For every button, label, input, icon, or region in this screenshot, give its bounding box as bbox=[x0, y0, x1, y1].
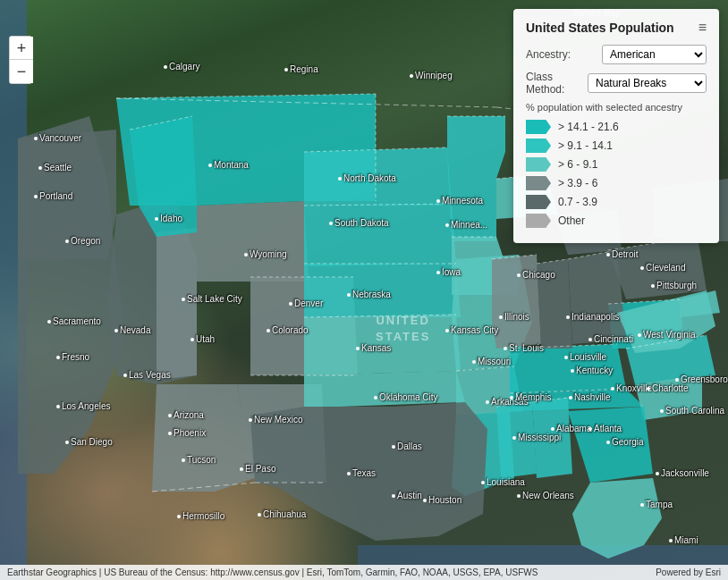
legend-item-label: > 3.9 - 6 bbox=[558, 177, 597, 189]
legend-item-label: > 14.1 - 21.6 bbox=[558, 121, 619, 133]
legend-swatch bbox=[526, 176, 551, 190]
legend-item: Other bbox=[526, 214, 707, 228]
attribution-bar: Earthstar Geographics | US Bureau of the… bbox=[0, 565, 728, 580]
attribution-right: Powered by Esri bbox=[656, 567, 721, 577]
legend-items: > 14.1 - 21.6> 9.1 - 14.1> 6 - 9.1> 3.9 … bbox=[526, 120, 707, 228]
zoom-out-button[interactable]: − bbox=[10, 60, 33, 83]
ancestry-select[interactable]: AmericanGermanIrishEnglishItalianMexican… bbox=[602, 45, 707, 64]
legend-swatch bbox=[526, 120, 551, 134]
zoom-controls: + − bbox=[9, 36, 32, 84]
legend-item: > 9.1 - 14.1 bbox=[526, 139, 707, 153]
legend-item-label: Other bbox=[558, 214, 585, 227]
ancestry-control-row: Ancestry: AmericanGermanIrishEnglishItal… bbox=[526, 45, 707, 64]
zoom-in-button[interactable]: + bbox=[10, 37, 33, 60]
legend-header: United States Population ≡ bbox=[526, 20, 707, 36]
legend-item: > 3.9 - 6 bbox=[526, 176, 707, 190]
legend-swatch bbox=[526, 195, 551, 209]
legend-swatch bbox=[526, 214, 551, 228]
attribution-left: Earthstar Geographics | US Bureau of the… bbox=[7, 567, 538, 577]
legend-item: 0.7 - 3.9 bbox=[526, 195, 707, 209]
map-container: James Bay UNITEDSTATES CalgaryVancouverS… bbox=[0, 0, 728, 580]
ancestry-label: Ancestry: bbox=[526, 48, 602, 61]
legend-item-label: > 6 - 9.1 bbox=[558, 158, 597, 171]
legend-item-label: 0.7 - 3.9 bbox=[558, 196, 597, 208]
legend-title: United States Population bbox=[526, 21, 674, 35]
legend-item: > 6 - 9.1 bbox=[526, 157, 707, 172]
class-method-label: Class Method: bbox=[526, 71, 588, 96]
legend-item-label: > 9.1 - 14.1 bbox=[558, 139, 613, 152]
class-method-select[interactable]: Natural BreaksEqual IntervalQuantileStan… bbox=[588, 73, 707, 93]
legend-item: > 14.1 - 21.6 bbox=[526, 120, 707, 134]
legend-panel: United States Population ≡ Ancestry: Ame… bbox=[513, 9, 719, 243]
legend-swatch bbox=[526, 157, 551, 172]
class-method-control-row: Class Method: Natural BreaksEqual Interv… bbox=[526, 71, 707, 96]
pct-label: % population with selected ancestry bbox=[526, 102, 707, 113]
legend-menu-icon[interactable]: ≡ bbox=[698, 20, 707, 36]
legend-swatch bbox=[526, 139, 551, 153]
